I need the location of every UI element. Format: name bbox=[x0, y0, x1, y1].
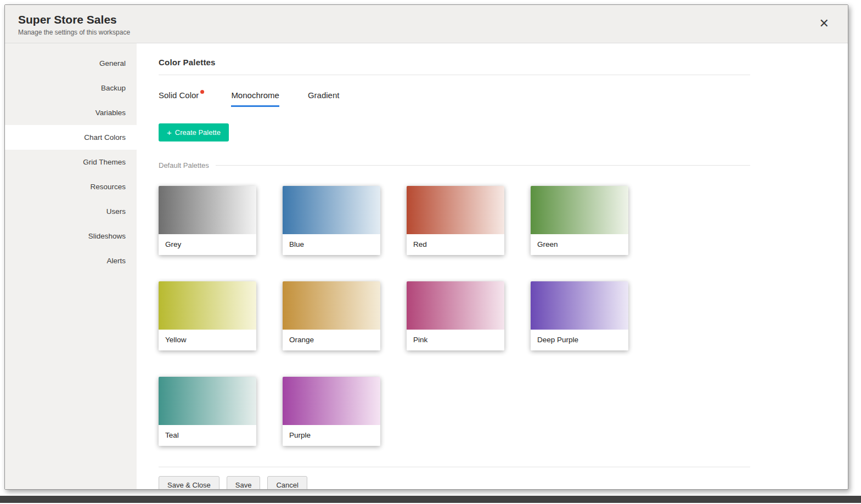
tab-gradient[interactable]: Gradient bbox=[308, 90, 340, 107]
palette-swatch-red bbox=[407, 186, 504, 234]
palette-card-teal[interactable]: Teal bbox=[159, 377, 256, 446]
settings-content: Color Palettes Solid Color Monochrome Gr… bbox=[137, 43, 848, 489]
palette-name: Grey bbox=[159, 234, 256, 255]
palette-swatch-purple bbox=[283, 377, 380, 425]
modal-header-text: Super Store Sales Manage the settings of… bbox=[18, 13, 130, 36]
palette-name: Red bbox=[407, 234, 504, 255]
palette-card-purple[interactable]: Purple bbox=[283, 377, 380, 446]
tab-monochrome[interactable]: Monochrome bbox=[231, 90, 279, 107]
palette-name: Green bbox=[531, 234, 628, 255]
default-palettes-label: Default Palettes bbox=[159, 161, 209, 169]
sidebar-item-slideshows[interactable]: Slideshows bbox=[5, 224, 137, 248]
sidebar-item-users[interactable]: Users bbox=[5, 199, 137, 224]
section-divider bbox=[216, 165, 750, 166]
palette-name: Yellow bbox=[159, 330, 256, 350]
footer-divider bbox=[159, 467, 750, 467]
palette-swatch-green bbox=[531, 186, 628, 234]
tab-solid-color[interactable]: Solid Color bbox=[159, 90, 202, 107]
plus-icon: + bbox=[167, 128, 172, 137]
sidebar-item-variables[interactable]: Variables bbox=[5, 100, 137, 125]
settings-sidebar: General Backup Variables Chart Colors Gr… bbox=[5, 43, 137, 489]
palette-name: Purple bbox=[283, 425, 380, 446]
palette-card-pink[interactable]: Pink bbox=[407, 281, 504, 350]
heading-divider bbox=[159, 75, 750, 75]
sidebar-item-alerts[interactable]: Alerts bbox=[5, 248, 137, 273]
palette-swatch-blue bbox=[283, 186, 380, 234]
create-palette-button[interactable]: + Create Palette bbox=[159, 123, 229, 141]
background-app-strip bbox=[0, 496, 861, 503]
workspace-settings-modal: Super Store Sales Manage the settings of… bbox=[4, 4, 848, 490]
palette-swatch-pink bbox=[407, 281, 504, 330]
sidebar-item-chart-colors[interactable]: Chart Colors bbox=[5, 125, 137, 150]
unsaved-dot-icon bbox=[200, 90, 204, 94]
palette-card-yellow[interactable]: Yellow bbox=[159, 281, 256, 350]
tab-gradient-label: Gradient bbox=[308, 90, 340, 100]
save-and-close-button[interactable]: Save & Close bbox=[159, 476, 220, 489]
default-palettes-section-header: Default Palettes bbox=[159, 161, 750, 169]
save-button[interactable]: Save bbox=[227, 476, 261, 489]
palette-card-blue[interactable]: Blue bbox=[283, 186, 380, 255]
palette-card-red[interactable]: Red bbox=[407, 186, 504, 255]
palette-grid: Grey Blue Red Green bbox=[159, 186, 750, 446]
palette-type-tabs: Solid Color Monochrome Gradient bbox=[159, 90, 750, 107]
palette-name: Teal bbox=[159, 425, 256, 446]
footer-buttons: Save & Close Save Cancel bbox=[159, 476, 750, 489]
modal-header: Super Store Sales Manage the settings of… bbox=[5, 5, 848, 43]
palette-swatch-yellow bbox=[159, 281, 256, 330]
modal-body: General Backup Variables Chart Colors Gr… bbox=[5, 43, 848, 489]
tab-solid-color-label: Solid Color bbox=[159, 90, 199, 100]
sidebar-item-backup[interactable]: Backup bbox=[5, 76, 137, 100]
palette-swatch-grey bbox=[159, 186, 256, 234]
palette-swatch-deep-purple bbox=[531, 281, 628, 330]
sidebar-item-resources[interactable]: Resources bbox=[5, 174, 137, 199]
palette-swatch-orange bbox=[283, 281, 380, 330]
modal-title: Super Store Sales bbox=[18, 13, 130, 26]
tab-monochrome-label: Monochrome bbox=[231, 90, 279, 100]
palette-card-orange[interactable]: Orange bbox=[283, 281, 380, 350]
palette-name: Orange bbox=[283, 330, 380, 350]
close-icon[interactable]: ✕ bbox=[814, 13, 835, 34]
palette-card-green[interactable]: Green bbox=[531, 186, 628, 255]
page-title: Color Palettes bbox=[159, 58, 750, 67]
sidebar-item-grid-themes[interactable]: Grid Themes bbox=[5, 150, 137, 174]
palette-name: Blue bbox=[283, 234, 380, 255]
palette-name: Pink bbox=[407, 330, 504, 350]
cancel-button[interactable]: Cancel bbox=[267, 476, 307, 489]
palette-card-grey[interactable]: Grey bbox=[159, 186, 256, 255]
palette-name: Deep Purple bbox=[531, 330, 628, 350]
create-palette-label: Create Palette bbox=[175, 128, 221, 137]
sidebar-item-general[interactable]: General bbox=[5, 51, 137, 76]
palette-swatch-teal bbox=[159, 377, 256, 425]
modal-subtitle: Manage the settings of this workspace bbox=[18, 29, 130, 36]
palette-card-deep-purple[interactable]: Deep Purple bbox=[531, 281, 628, 350]
